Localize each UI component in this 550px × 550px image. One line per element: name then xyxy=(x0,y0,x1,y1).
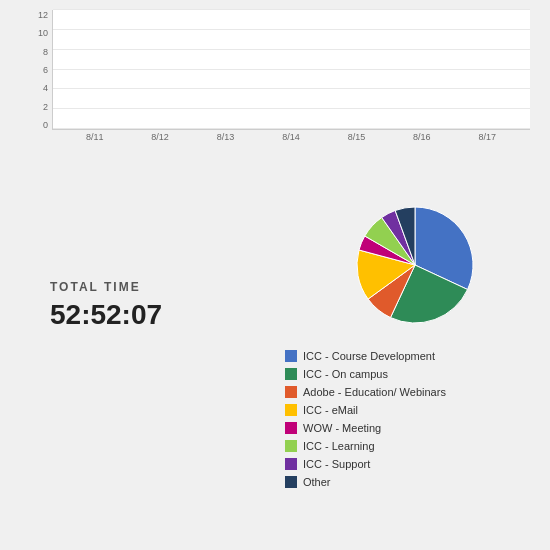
y-axis-label: 8 xyxy=(30,47,48,57)
bar-chart: 024681012 8/118/128/138/148/158/168/17 xyxy=(30,10,530,150)
legend-color-box xyxy=(285,368,297,380)
y-axis-label: 0 xyxy=(30,120,48,130)
total-time-label: TOTAL TIME xyxy=(50,280,141,294)
legend-label: ICC - Support xyxy=(303,458,370,470)
legend-color-box xyxy=(285,458,297,470)
bars-container xyxy=(53,10,530,129)
y-axis-label: 10 xyxy=(30,28,48,38)
legend-item: Other xyxy=(285,476,550,488)
legend-item: ICC - Learning xyxy=(285,440,550,452)
legend-item: ICC - eMail xyxy=(285,404,550,416)
legend-item: ICC - Course Development xyxy=(285,350,550,362)
legend-label: ICC - On campus xyxy=(303,368,388,380)
x-axis-label: 8/14 xyxy=(258,130,323,150)
y-axis-label: 12 xyxy=(30,10,48,20)
bar-chart-area: 024681012 8/118/128/138/148/158/168/17 xyxy=(0,0,550,180)
legend-item: WOW - Meeting xyxy=(285,422,550,434)
bottom-section: TOTAL TIME 52:52:07 ICC - Course Develop… xyxy=(0,180,550,550)
x-axis-label: 8/16 xyxy=(389,130,454,150)
y-axis-label: 2 xyxy=(30,102,48,112)
pie-panel: ICC - Course DevelopmentICC - On campusA… xyxy=(280,180,550,550)
legend-color-box xyxy=(285,386,297,398)
left-panel: TOTAL TIME 52:52:07 xyxy=(0,180,280,550)
legend-label: Adobe - Education/ Webinars xyxy=(303,386,446,398)
legend-label: ICC - Learning xyxy=(303,440,375,452)
legend-label: ICC - Course Development xyxy=(303,350,435,362)
x-axis: 8/118/128/138/148/158/168/17 xyxy=(52,130,530,150)
x-axis-label: 8/11 xyxy=(62,130,127,150)
y-axis: 024681012 xyxy=(30,10,48,130)
legend-item: ICC - Support xyxy=(285,458,550,470)
pie-svg xyxy=(335,200,495,340)
chart-grid xyxy=(52,10,530,130)
legend-label: ICC - eMail xyxy=(303,404,358,416)
x-axis-label: 8/13 xyxy=(193,130,258,150)
legend-color-box xyxy=(285,476,297,488)
legend-color-box xyxy=(285,404,297,416)
y-axis-label: 4 xyxy=(30,83,48,93)
x-axis-label: 8/12 xyxy=(127,130,192,150)
legend-color-box xyxy=(285,422,297,434)
legend-item: Adobe - Education/ Webinars xyxy=(285,386,550,398)
legend-label: WOW - Meeting xyxy=(303,422,381,434)
y-axis-label: 6 xyxy=(30,65,48,75)
legend-color-box xyxy=(285,350,297,362)
x-axis-label: 8/15 xyxy=(324,130,389,150)
x-axis-label: 8/17 xyxy=(455,130,520,150)
pie-chart xyxy=(335,200,495,340)
legend-item: ICC - On campus xyxy=(285,368,550,380)
legend-label: Other xyxy=(303,476,331,488)
legend: ICC - Course DevelopmentICC - On campusA… xyxy=(280,350,550,488)
legend-color-box xyxy=(285,440,297,452)
total-time-value: 52:52:07 xyxy=(50,299,162,331)
